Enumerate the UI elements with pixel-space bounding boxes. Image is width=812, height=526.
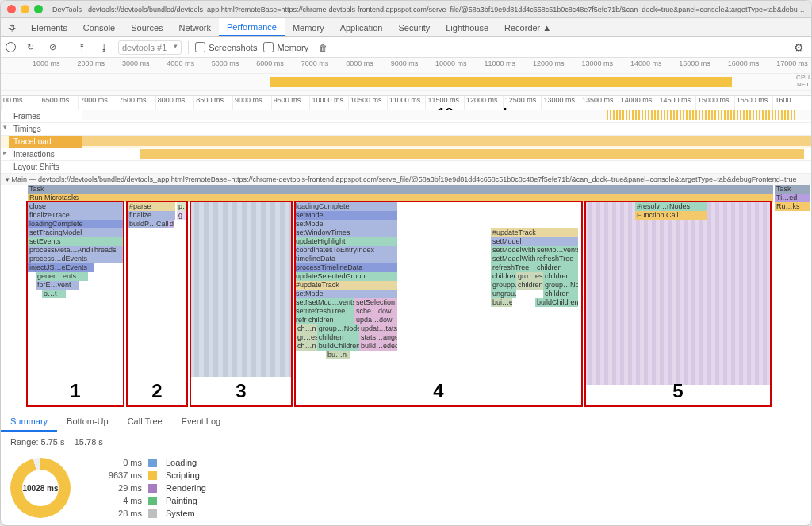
overview-ruler[interactable]: 1000 ms2000 ms3000 ms4000 ms5000 ms6000 …: [1, 58, 811, 74]
flame-entry[interactable]: setSelection: [354, 298, 397, 307]
flame-entry[interactable]: coordinatesToEntryIndex: [294, 246, 397, 255]
flame-entry[interactable]: children: [543, 290, 578, 298]
flame-entry[interactable]: #parse: [128, 202, 175, 211]
flame-entry[interactable]: Task: [775, 185, 810, 194]
traceload-bar[interactable]: [82, 136, 811, 146]
screenshots-checkbox[interactable]: Screenshots: [195, 42, 257, 52]
flame-entry[interactable]: refreshTree: [307, 307, 354, 316]
flame-entry[interactable]: updateHighlight: [294, 237, 397, 246]
flame-entry[interactable]: setModelWithEvents: [294, 298, 307, 307]
flame-entry[interactable]: updateSelectedGroup: [294, 272, 397, 281]
main-thread-header[interactable]: ▾ Main — devtools://devtools/bundled/dev…: [1, 174, 811, 185]
flame-chart[interactable]: Task Run Microtasks Task Ti…ed Ru…ks clo…: [1, 185, 811, 413]
flame-entry[interactable]: forE…vent: [36, 281, 79, 290]
flame-entry[interactable]: upda…dow: [354, 316, 397, 324]
flame-entry[interactable]: children: [535, 263, 578, 272]
flame-entry[interactable]: setModel: [294, 220, 397, 228]
tab-event-log[interactable]: Event Log: [172, 413, 231, 432]
session-select[interactable]: devtools #1: [118, 40, 182, 55]
frames-track[interactable]: Frames: [1, 110, 811, 123]
timings-track[interactable]: ▾ Timings: [1, 123, 811, 136]
tab-call-tree[interactable]: Call Tree: [118, 413, 172, 432]
flame-entry[interactable]: refreshTree: [535, 255, 578, 263]
flame-entry[interactable]: setModelWithEvents: [491, 246, 535, 255]
flame-entry[interactable]: injectJS…eEvents: [28, 263, 94, 272]
flame-entry[interactable]: d…: [168, 220, 174, 228]
flame-entry[interactable]: ch…n: [296, 324, 317, 333]
flame-entry[interactable]: ch…n: [296, 342, 317, 351]
tab-summary[interactable]: Summary: [1, 413, 57, 432]
tab-network[interactable]: Network: [171, 18, 219, 36]
flame-entry[interactable]: setMod…vents: [307, 298, 354, 307]
flame-entry[interactable]: timelineData: [294, 255, 397, 263]
flame-entry[interactable]: Ru…ks: [775, 202, 810, 211]
flame-entry[interactable]: children: [317, 333, 359, 342]
flame-entry[interactable]: setMo…vents: [535, 246, 578, 255]
interaction-bar[interactable]: [140, 149, 804, 159]
tab-recorder[interactable]: Recorder ▲: [496, 18, 559, 36]
flame-entry[interactable]: loadingComplete: [294, 202, 397, 211]
clear-button[interactable]: ⊘: [44, 40, 60, 56]
tab-console[interactable]: Console: [75, 18, 123, 36]
flame-entry[interactable]: gr…es: [296, 333, 317, 342]
tab-security[interactable]: Security: [390, 18, 438, 36]
settings-icon[interactable]: ⚙: [791, 40, 806, 56]
flame-entry[interactable]: buildP…Calls: [128, 220, 168, 228]
flame-col-3[interactable]: [190, 202, 293, 377]
cpu-overview[interactable]: CPU NET: [1, 74, 811, 91]
flame-entry[interactable]: close: [28, 202, 123, 211]
interactions-track[interactable]: ▸ Interactions: [1, 148, 811, 161]
flame-entry[interactable]: setModelWithEvents: [491, 255, 535, 263]
flame-entry[interactable]: children: [491, 272, 516, 281]
flame-entry[interactable]: group…Nodes: [317, 324, 359, 333]
flame-entry[interactable]: g…: [177, 211, 188, 220]
flame-entry[interactable]: o…t: [42, 290, 66, 298]
trash-button[interactable]: 🗑: [315, 40, 331, 56]
flame-entry[interactable]: setTracingModel: [28, 228, 123, 237]
flame-entry[interactable]: buildChildren: [535, 298, 578, 307]
flame-entry[interactable]: processTimelineData: [294, 263, 397, 272]
memory-checkbox[interactable]: Memory: [263, 42, 308, 52]
flame-entry[interactable]: setModelWithEvents: [294, 307, 307, 316]
flame-entry[interactable]: setModel: [491, 237, 578, 246]
flame-entry[interactable]: #resolv…rNodes: [635, 202, 707, 211]
flame-entry[interactable]: build…eded: [359, 342, 397, 351]
flame-entry[interactable]: setModel: [294, 211, 397, 220]
flame-entry[interactable]: children: [543, 272, 578, 281]
flame-entry[interactable]: children: [307, 316, 354, 324]
flame-entry[interactable]: Function Call: [635, 211, 707, 220]
flame-entry[interactable]: setEvents: [28, 237, 123, 246]
flame-entry[interactable]: ungrou…Nodes: [491, 290, 516, 298]
flame-entry[interactable]: group…Nodes: [543, 281, 578, 290]
flame-entry[interactable]: groupp…Nodes: [491, 281, 516, 290]
flame-task[interactable]: Task: [28, 185, 773, 194]
flame-entry[interactable]: loadingComplete: [28, 220, 123, 228]
download-button[interactable]: ⭳: [96, 40, 112, 56]
flame-entry[interactable]: bui…en: [491, 298, 512, 307]
flame-entry[interactable]: setModel: [294, 290, 397, 298]
tab-application[interactable]: Application: [332, 18, 391, 36]
tab-memory[interactable]: Memory: [285, 18, 332, 36]
flame-entry[interactable]: refreshTree: [491, 263, 535, 272]
flame-entry[interactable]: process…dEvents: [28, 255, 123, 263]
flame-entry[interactable]: buildChildren: [317, 342, 359, 351]
tab-performance[interactable]: Performance: [219, 18, 285, 36]
flame-entry[interactable]: gener…ents: [36, 272, 88, 281]
tab-bottom-up[interactable]: Bottom-Up: [57, 413, 118, 432]
flame-entry[interactable]: finalizeTrace: [28, 211, 123, 220]
flame-entry[interactable]: children: [516, 281, 543, 290]
flame-entry[interactable]: p…: [177, 202, 188, 211]
flame-entry[interactable]: #updateTrack: [491, 228, 578, 237]
flame-entry[interactable]: bu…n: [326, 351, 350, 359]
traceload-row[interactable]: TraceLoad: [1, 136, 811, 148]
flame-entry[interactable]: #updateTrack: [294, 281, 397, 290]
flame-entry[interactable]: Ti…ed: [775, 194, 810, 202]
record-button[interactable]: [6, 42, 16, 52]
reload-record-button[interactable]: ↻: [22, 40, 38, 56]
flame-entry[interactable]: stats…ange: [359, 333, 397, 342]
tab-lighthouse[interactable]: Lighthouse: [438, 18, 496, 36]
inspect-icon[interactable]: ⯐: [1, 23, 23, 33]
flame-microtasks[interactable]: Run Microtasks: [28, 194, 773, 202]
flame-entry[interactable]: refreshTree: [294, 316, 307, 324]
layout-shifts-track[interactable]: Layout Shifts: [1, 161, 811, 174]
